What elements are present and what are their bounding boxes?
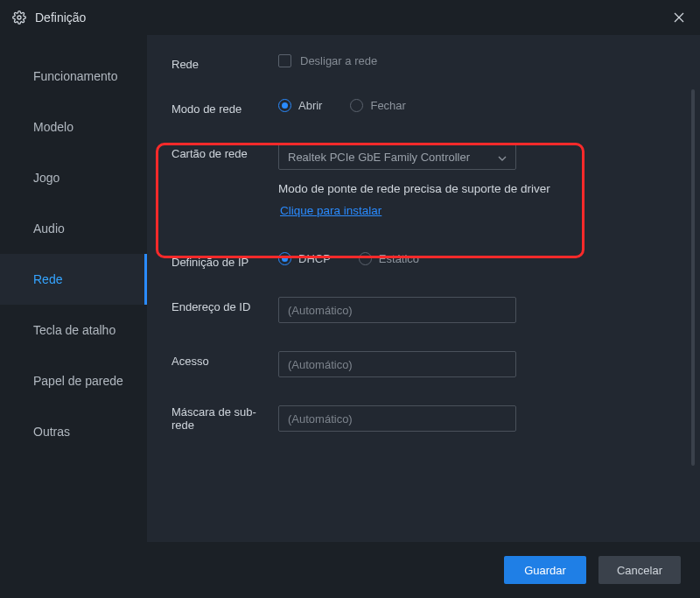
- checkbox-desligar-rede[interactable]: Desligar a rede: [278, 54, 377, 67]
- scrollbar-thumb[interactable]: [691, 89, 695, 466]
- row-mascara-de-sub-rede: Máscara de sub-rede: [172, 405, 676, 432]
- radio-icon: [278, 252, 291, 265]
- radio-icon: [359, 252, 372, 265]
- sidebar-item-outras[interactable]: Outras: [0, 406, 147, 457]
- row-rede: Rede Desligar a rede: [172, 54, 676, 71]
- radio-label: DHCP: [298, 252, 331, 265]
- select-network-card[interactable]: Realtek PCIe GbE Family Controller: [278, 144, 516, 170]
- checkbox-label: Desligar a rede: [300, 54, 377, 67]
- sidebar-item-tecla-de-atalho[interactable]: Tecla de atalho: [0, 305, 147, 355]
- titlebar: Definição: [0, 0, 700, 35]
- label-definicao-de-ip: Definição de IP: [172, 252, 278, 269]
- sidebar-item-label: Modelo: [33, 120, 74, 134]
- field-rede: Desligar a rede: [278, 54, 676, 67]
- sidebar: Funcionamento Modelo Jogo Audio Rede Tec…: [0, 35, 147, 542]
- sidebar-item-papel-de-parede[interactable]: Papel de parede: [0, 355, 147, 406]
- sidebar-item-label: Jogo: [33, 171, 60, 185]
- body: Funcionamento Modelo Jogo Audio Rede Tec…: [0, 35, 700, 542]
- close-button[interactable]: [670, 9, 688, 26]
- radio-icon: [350, 99, 363, 112]
- field-endereco-de-id: [278, 297, 676, 323]
- radio-label: Estático: [379, 252, 419, 265]
- sidebar-item-label: Outras: [33, 425, 70, 439]
- label-modo-de-rede: Modo de rede: [172, 99, 278, 116]
- chevron-down-icon: [498, 151, 507, 164]
- radio-label: Fechar: [370, 99, 405, 112]
- field-acesso: [278, 351, 676, 377]
- field-definicao-de-ip: DHCP Estático: [278, 252, 676, 265]
- window-title: Definição: [35, 11, 670, 25]
- input-acesso[interactable]: [278, 351, 516, 377]
- sidebar-item-modelo[interactable]: Modelo: [0, 102, 147, 152]
- radio-estatico[interactable]: Estático: [359, 252, 419, 265]
- row-cartao-de-rede: Cartão de rede Realtek PCIe GbE Family C…: [172, 144, 676, 217]
- input-mascara-de-sub-rede[interactable]: [278, 405, 516, 432]
- radio-icon: [278, 99, 291, 112]
- sidebar-item-label: Tecla de atalho: [33, 323, 116, 337]
- row-acesso: Acesso: [172, 351, 676, 377]
- select-value: Realtek PCIe GbE Family Controller: [288, 151, 470, 164]
- label-acesso: Acesso: [172, 351, 278, 368]
- label-mascara-de-sub-rede: Máscara de sub-rede: [172, 405, 278, 432]
- scrollbar[interactable]: [691, 89, 695, 524]
- label-endereco-de-id: Endereço de ID: [172, 297, 278, 313]
- sidebar-item-funcionamento[interactable]: Funcionamento: [0, 51, 147, 102]
- radio-label: Abrir: [298, 99, 322, 112]
- content-panel: Rede Desligar a rede Modo de rede: [147, 35, 700, 542]
- row-modo-de-rede: Modo de rede Abrir Fechar: [172, 99, 676, 116]
- radio-fechar[interactable]: Fechar: [350, 99, 405, 112]
- content-wrap: Rede Desligar a rede Modo de rede: [147, 35, 700, 542]
- save-button[interactable]: Guardar: [504, 556, 586, 584]
- sidebar-item-label: Rede: [33, 272, 62, 286]
- cancel-button[interactable]: Cancelar: [598, 556, 681, 584]
- label-rede: Rede: [172, 54, 278, 71]
- svg-point-0: [18, 16, 21, 19]
- field-cartao-de-rede: Realtek PCIe GbE Family Controller Modo …: [278, 144, 676, 217]
- radio-dhcp[interactable]: DHCP: [278, 252, 331, 265]
- gear-icon: [12, 11, 26, 25]
- sidebar-item-rede[interactable]: Rede: [0, 254, 147, 305]
- sidebar-item-label: Audio: [33, 222, 65, 236]
- sidebar-item-audio[interactable]: Audio: [0, 203, 147, 254]
- install-driver-link[interactable]: Clique para instalar: [278, 204, 676, 217]
- radio-abrir[interactable]: Abrir: [278, 99, 322, 112]
- field-mascara-de-sub-rede: [278, 405, 676, 432]
- row-endereco-de-id: Endereço de ID: [172, 297, 676, 323]
- checkbox-box-icon: [278, 54, 291, 67]
- sidebar-item-jogo[interactable]: Jogo: [0, 152, 147, 203]
- label-cartao-de-rede: Cartão de rede: [172, 144, 278, 160]
- field-modo-de-rede: Abrir Fechar: [278, 99, 676, 112]
- bridge-mode-hint: Modo de ponte de rede precisa de suporte…: [278, 182, 676, 195]
- input-endereco-de-id[interactable]: [278, 297, 516, 323]
- sidebar-item-label: Funcionamento: [33, 69, 118, 83]
- settings-window: Definição Funcionamento Modelo Jogo Audi…: [0, 0, 700, 598]
- footer: Guardar Cancelar: [0, 542, 700, 598]
- close-icon: [674, 12, 684, 23]
- row-definicao-de-ip: Definição de IP DHCP Estático: [172, 252, 676, 269]
- sidebar-item-label: Papel de parede: [33, 374, 123, 388]
